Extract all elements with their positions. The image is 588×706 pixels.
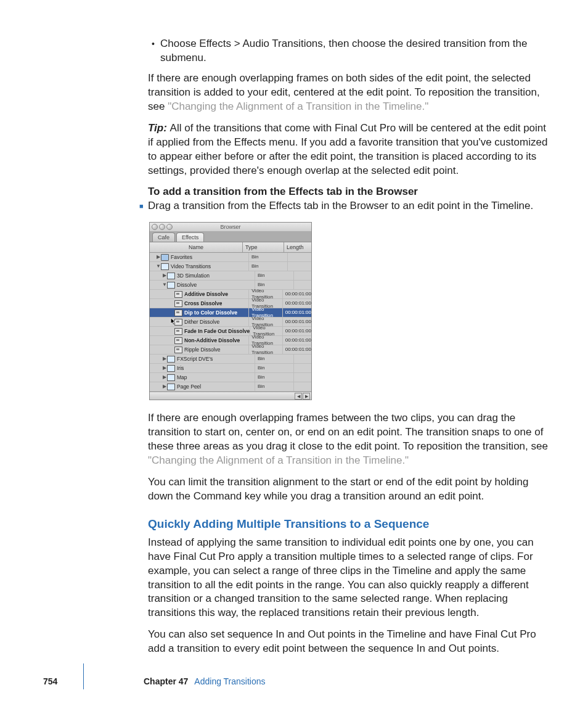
row-length: 00:00:01:00	[283, 299, 311, 308]
tab-cafe[interactable]: Cafe	[152, 232, 175, 242]
row-length: 00:00:01:00	[283, 345, 311, 354]
browser-rows: FavoritesBinVideo TransitionsBin3D Simul…	[150, 253, 311, 392]
disclosure-triangle-icon[interactable]	[162, 384, 167, 390]
bin-icon	[167, 282, 175, 289]
column-header-type[interactable]: Type	[243, 242, 284, 252]
row-length	[294, 355, 311, 363]
row-label: FXScript DVE's	[177, 356, 213, 363]
row-label: Cross Dissolve	[184, 300, 222, 307]
table-row[interactable]: Ripple DissolveVideo Transition00:00:01:…	[150, 345, 311, 355]
tip-label: Tip:	[148, 122, 170, 134]
zoom-icon[interactable]	[166, 224, 173, 230]
minimize-icon[interactable]	[159, 224, 165, 230]
row-label: Iris	[177, 365, 184, 372]
row-type: Bin	[255, 364, 294, 372]
table-row[interactable]: Dip to Color DissolveVideo Transition00:…	[150, 308, 311, 318]
paragraph: You can limit the transition alignment t…	[148, 475, 549, 504]
table-row[interactable]: Page PeelBin	[150, 382, 311, 392]
row-label: Page Peel	[177, 384, 201, 390]
row-type: Bin	[249, 262, 288, 271]
table-row[interactable]: Non-Additive DissolveVideo Transition00:…	[150, 336, 311, 345]
table-row[interactable]: Additive DissolveVideo Transition00:00:0…	[150, 290, 311, 299]
table-row[interactable]: Cross DissolveVideo Transition00:00:01:0…	[150, 299, 311, 308]
browser-titlebar: Browser	[150, 223, 311, 232]
transition-icon	[174, 300, 182, 307]
row-label: 3D Simulation	[177, 273, 210, 279]
page-number: 754	[43, 676, 77, 688]
disclosure-triangle-icon[interactable]	[162, 282, 167, 289]
row-label: Dither Dissolve	[184, 319, 219, 326]
row-length: 00:00:01:00	[283, 290, 311, 298]
row-length	[288, 253, 311, 261]
row-length	[294, 382, 311, 391]
table-row[interactable]: Fade In Fade Out DissolveVideo Transitio…	[150, 327, 311, 336]
chapter-title: Adding Transitions	[194, 676, 265, 688]
disclosure-triangle-icon[interactable]	[162, 365, 167, 372]
disclosure-triangle-icon[interactable]	[156, 263, 161, 270]
tab-effects[interactable]: Effects	[176, 232, 204, 242]
row-length	[288, 262, 311, 271]
row-length	[294, 373, 311, 382]
table-row[interactable]: FXScript DVE'sBin	[150, 355, 311, 364]
column-header-name[interactable]: Name	[150, 242, 243, 252]
disclosure-triangle-icon[interactable]	[162, 374, 167, 381]
transition-icon	[174, 310, 182, 316]
page-footer: 754 Chapter 47 Adding Transitions	[43, 676, 549, 688]
transition-icon	[174, 328, 182, 335]
column-headers: Name Type Length	[150, 242, 311, 253]
paragraph: You can also set sequence In and Out poi…	[148, 628, 549, 656]
step-text: Drag a transition from the Effects tab i…	[148, 199, 533, 213]
close-icon[interactable]	[152, 224, 158, 230]
horizontal-scrollbar[interactable]: ◀ ▶	[150, 392, 311, 400]
cross-reference-link[interactable]: "Changing the Alignment of a Transition …	[148, 454, 409, 466]
table-row[interactable]: FavoritesBin	[150, 253, 311, 262]
table-row[interactable]: 3D SimulationBin	[150, 271, 311, 281]
row-length: 00:00:01:00	[283, 327, 311, 335]
table-row[interactable]: Dither DissolveVideo Transition00:00:01:…	[150, 318, 311, 327]
step-item: ■ Drag a transition from the Effects tab…	[148, 199, 549, 213]
table-row[interactable]: DissolveBin	[150, 281, 311, 290]
bin-icon	[167, 374, 175, 381]
row-label: Favorites	[171, 254, 192, 261]
bin-icon	[161, 263, 169, 270]
row-label: Video Transitions	[171, 263, 211, 270]
square-bullet-icon: ■	[139, 199, 148, 213]
column-header-length[interactable]: Length	[284, 242, 311, 252]
disclosure-triangle-icon[interactable]	[156, 254, 161, 261]
section-heading: Quickly Adding Multiple Transitions to a…	[148, 516, 549, 532]
row-length: 00:00:01:00	[283, 318, 311, 326]
row-length	[294, 281, 311, 289]
page-content: • Choose Effects > Audio Transitions, th…	[148, 37, 549, 663]
row-label: Ripple Dissolve	[184, 347, 221, 353]
table-row[interactable]: MapBin	[150, 373, 311, 382]
row-label: Fade In Fade Out Dissolve	[184, 328, 250, 335]
scroll-left-icon[interactable]: ◀	[295, 393, 302, 400]
browser-tabs: Cafe Effects	[150, 232, 311, 242]
folder-icon	[161, 254, 169, 261]
row-length	[294, 271, 311, 280]
row-label: Dip to Color Dissolve	[184, 310, 237, 316]
disclosure-triangle-icon[interactable]	[162, 273, 167, 279]
transition-icon	[174, 347, 182, 353]
paragraph: If there are enough overlapping frames b…	[148, 411, 549, 468]
cross-reference-link[interactable]: "Changing the Alignment of a Transition …	[168, 101, 428, 112]
window-controls[interactable]	[152, 224, 173, 230]
row-type: Bin	[255, 355, 294, 363]
bullet-item: • Choose Effects > Audio Transitions, th…	[148, 37, 549, 65]
transition-icon	[174, 319, 182, 326]
row-type: Bin	[255, 271, 294, 280]
row-length: 00:00:01:00	[283, 336, 311, 345]
row-label: Map	[177, 374, 187, 381]
bullet-dot-icon: •	[148, 37, 160, 65]
browser-title: Browser	[220, 224, 240, 230]
row-type: Bin	[255, 373, 294, 382]
disclosure-triangle-icon[interactable]	[162, 356, 167, 363]
row-label: Non-Additive Dissolve	[184, 337, 240, 344]
paragraph: Instead of applying the same transition …	[148, 536, 549, 621]
row-label: Additive Dissolve	[184, 291, 228, 298]
table-row[interactable]: Video TransitionsBin	[150, 262, 311, 271]
row-type: Bin	[249, 253, 288, 261]
row-type: Bin	[255, 382, 294, 391]
scroll-right-icon[interactable]: ▶	[303, 393, 310, 400]
table-row[interactable]: IrisBin	[150, 364, 311, 373]
